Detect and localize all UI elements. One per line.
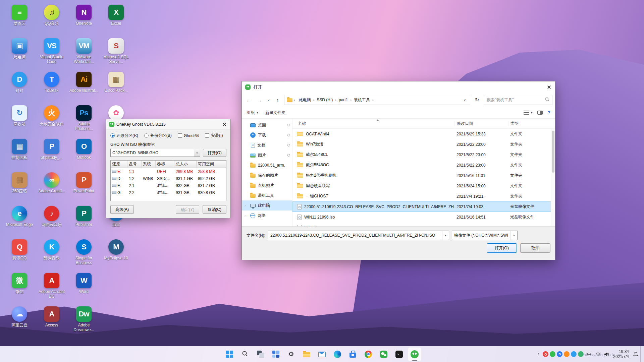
file-row[interactable]: OCAT-Win64 2021/6/29 15:33 文件夹	[292, 129, 555, 139]
terminal-button[interactable]: >_	[392, 347, 406, 361]
qq-desktop-icon[interactable]: Q 腾讯QQ	[3, 237, 36, 271]
volume-icon[interactable]	[603, 350, 610, 359]
netease-music-icon[interactable]: ♪ 网易云音乐	[36, 204, 68, 237]
sidebar-item[interactable]: › 22000.51_arm...	[242, 160, 292, 170]
restore-partition-radio[interactable]	[110, 133, 115, 138]
preview-pane-button[interactable]	[537, 111, 543, 115]
file-row[interactable]: 戴尔5548CL 2021/5/22 23:00 文件夹	[292, 149, 555, 160]
filetype-dropdown-button[interactable]: ▼	[511, 231, 517, 240]
organize-button[interactable]: 组织 ▼	[247, 110, 259, 116]
sidebar-item[interactable]: › 下载	[242, 130, 292, 140]
task-view-button[interactable]	[253, 347, 267, 361]
dialog-open-button[interactable]: 打开(O)	[487, 243, 517, 253]
breadcrumb-item[interactable]: 装机工具 ›	[352, 97, 374, 103]
clock[interactable]: 19:34 2021/7/4	[611, 349, 631, 359]
search-button[interactable]	[238, 347, 252, 361]
security-tray-icon[interactable]	[578, 351, 584, 357]
column-date-modified[interactable]: 修改日期	[454, 121, 508, 126]
qq-tray-icon[interactable]: Q	[543, 351, 548, 357]
view-mode-button[interactable]: ▼	[524, 111, 533, 115]
ime-indicator[interactable]: 中	[585, 350, 593, 359]
todesk-icon[interactable]: T ToDesk	[36, 70, 68, 103]
360zip-icon[interactable]: ▦ 360压缩	[3, 170, 36, 204]
recent-locations-button[interactable]: ∨	[266, 96, 271, 104]
sidebar-item[interactable]: › 图片	[242, 150, 292, 160]
aliyun-drive-icon[interactable]: ☁ 阿里云盘	[3, 304, 36, 338]
search-box[interactable]: 搜索"装机工具"	[484, 95, 552, 105]
widgets-button[interactable]	[269, 347, 283, 361]
kugou-icon[interactable]: K 酷狗音乐	[36, 237, 68, 271]
column-disk[interactable]: 盘号	[127, 161, 142, 168]
backup-partition-radio[interactable]	[144, 133, 149, 138]
vscode-icon[interactable]: VS Visual Studio Code	[36, 36, 68, 70]
ghost64-checkbox[interactable]	[178, 133, 182, 138]
sidebar-item[interactable]: › 文档	[242, 140, 292, 150]
skype-business-icon[interactable]: S Skype for Business	[68, 237, 100, 271]
wechat-button[interactable]	[377, 347, 391, 361]
acrobat-icon[interactable]: A Adobe Acrobat DC	[36, 271, 68, 304]
partition-row[interactable]: E: 1:1 UEFI 299.8 MB 253.8 MB	[111, 168, 226, 175]
hidden-icons-button[interactable]: ∧	[535, 352, 542, 356]
combo-dropdown-button[interactable]: ▼	[194, 149, 200, 157]
huorong-icon[interactable]: 火 火绒安全软件	[36, 103, 68, 137]
qq-music-icon[interactable]: ♫ QQ音乐	[36, 3, 68, 36]
powerpoint-icon[interactable]: P PowerPoint	[68, 170, 100, 204]
partition-row[interactable]: G: 2:2 逻辑... 931 GB 930.8 GB	[111, 189, 226, 196]
partition-row[interactable]: D: 1:2 WIN8 SSD(... 931.1 GB 892.2 GB	[111, 175, 226, 182]
file-row[interactable]: Win7激活 2021/5/22 23:00 文件夹	[292, 139, 555, 149]
back-button[interactable]: ←	[245, 96, 253, 104]
onenote-icon[interactable]: N OneNote	[68, 3, 100, 36]
file-row[interactable]: 22000.51.210619-2243.CO_RELEASE_SVC_PROD…	[292, 201, 555, 212]
scrollbar[interactable]	[551, 129, 555, 226]
word-icon[interactable]: W Word	[68, 271, 100, 304]
image-path-combobox[interactable]: C:\GHOST\D_WIN8.GHO ▼	[110, 149, 200, 157]
address-dropdown-button[interactable]: ∨	[462, 98, 467, 102]
column-restore[interactable]: 还原	[111, 161, 127, 168]
start-button[interactable]	[222, 347, 236, 361]
partition-row[interactable]: F: 2:1 逻辑... 932 GB 931.7 GB	[111, 182, 226, 189]
onekey-cancel-button[interactable]: 取消(C)	[203, 205, 226, 214]
notification-bell-icon[interactable]	[632, 350, 639, 359]
sidebar-item[interactable]: › 保存的图片	[242, 170, 292, 180]
sidebar-item[interactable]: › 本机照片	[242, 180, 292, 190]
install-checkbox[interactable]	[205, 133, 209, 138]
advanced-button[interactable]: 高级(A)	[110, 205, 134, 214]
control-panel-icon[interactable]: ▤ 控制面板	[3, 137, 36, 170]
this-pc-icon[interactable]: ▣ 此电脑	[3, 36, 36, 70]
publisher-icon[interactable]: P Publisher	[68, 204, 100, 237]
help-button[interactable]: ?	[547, 110, 550, 115]
onekey-title-bar[interactable]: OneKey Ghost V14.5.8.215	[106, 119, 230, 129]
excel-icon[interactable]: X Excel	[100, 3, 132, 36]
show-desktop-button[interactable]	[640, 346, 642, 362]
phpstudy-icon[interactable]: P phpstudy_...	[36, 137, 68, 170]
outlook-icon[interactable]: O Outlook	[68, 137, 100, 170]
breadcrumb-item[interactable]: part1 ›	[336, 98, 352, 102]
column-total[interactable]: 总大小	[174, 161, 197, 168]
up-button[interactable]: ↑	[273, 96, 282, 104]
edge-desktop-icon[interactable]: e Microsoft Edge	[3, 204, 36, 237]
ok-button[interactable]: 确定(Y)	[176, 205, 199, 214]
file-row[interactable]: 固态硬盘读写 2021/6/24 15:00 文件夹	[292, 181, 555, 191]
column-type[interactable]: 类型	[508, 121, 555, 126]
mail-button[interactable]	[315, 347, 329, 361]
wechat-desktop-icon[interactable]: 微 微信	[3, 271, 36, 304]
dreamweaver-icon[interactable]: Dw Adobe Dreamwe...	[68, 304, 100, 338]
file-row[interactable]: WIN11 ...	[292, 222, 555, 226]
illustrator-icon[interactable]: Ai Adobe Illustrat...	[68, 70, 100, 103]
wifi-icon[interactable]	[594, 350, 602, 359]
breadcrumb-item[interactable]: SSD (H:) ›	[314, 98, 336, 102]
scrollbar-thumb[interactable]	[552, 131, 554, 173]
sidebar-item[interactable]: › 装机工具	[242, 190, 292, 200]
dialog-close-button[interactable]	[543, 81, 555, 93]
forward-button[interactable]: →	[255, 96, 264, 104]
column-name[interactable]: 名称	[292, 121, 454, 126]
refresh-button[interactable]: ↻	[472, 95, 482, 105]
filename-combobox[interactable]: 22000.51.210619-2243.CO_RELEASE_SVC_PROD…	[268, 231, 449, 240]
huorong-tray-icon[interactable]	[564, 351, 570, 357]
new-folder-button[interactable]: 新建文件夹	[265, 110, 285, 116]
file-row[interactable]: 格力2代手机刷机 2021/5/16 11:31 文件夹	[292, 170, 555, 181]
sidebar-item[interactable]: › 此电脑	[242, 200, 292, 210]
column-free[interactable]: 可用空间	[197, 161, 226, 168]
myeclipse-icon[interactable]: M MyEclipse 10	[100, 237, 132, 271]
file-row[interactable]: 一键GHOST 2021/7/4 19:21 文件夹	[292, 191, 555, 201]
